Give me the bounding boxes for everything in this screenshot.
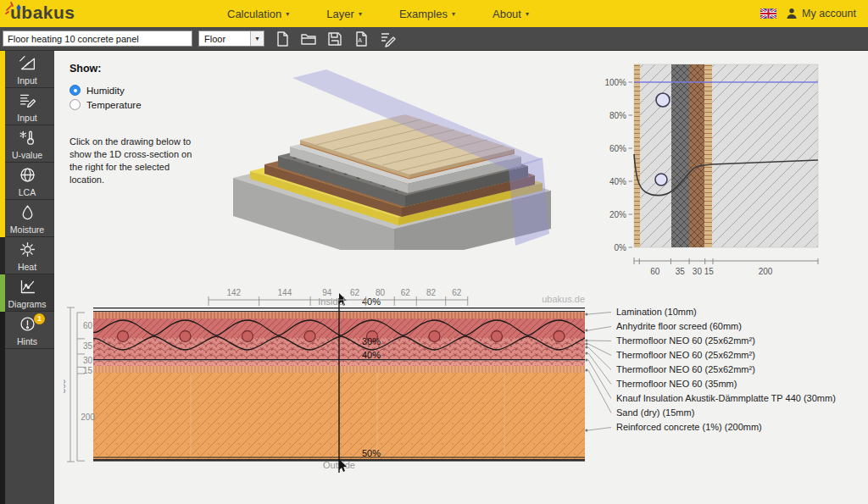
layers-input-icon [0,88,54,113]
sun-icon [0,237,54,262]
sidebar-strip-gap [0,237,5,274]
menu-label: Examples [399,8,448,20]
svg-text:82: 82 [426,288,437,297]
menu-layer[interactable]: Layer▾ [326,8,362,20]
sidebar-item-label: U-value [0,150,54,160]
sidebar-active-indicator [0,274,5,312]
pipe-marker-lower[interactable] [655,174,667,186]
file-actions: A [274,30,396,47]
app-logo[interactable]: ubakus [10,3,75,23]
heating-pipe-6 [492,331,503,342]
menu-label: About [492,8,521,20]
select-arrow-icon: ▼ [250,31,264,46]
edit-report-icon[interactable] [379,30,396,47]
svg-text:60: 60 [83,321,93,330]
sidebar-item-label: Input [0,113,54,123]
menu-calculation[interactable]: Calculation▾ [227,8,289,20]
my-account-button[interactable]: My account [786,8,856,19]
svg-text:60%: 60% [609,144,626,153]
open-folder-icon[interactable] [300,30,317,47]
hint-count-badge: 1 [34,313,45,324]
layer-label-6: Knauf Insulation Akustik-Dämmplatte TP 4… [616,393,836,403]
person-icon [786,8,798,19]
heating-pipe-0 [118,331,129,342]
show-options: HumidityTemperature [70,83,209,112]
layer-label-4: Thermofloor NEO 60 (25x62mm²) [616,364,755,374]
svg-text:40%: 40% [609,177,626,186]
radio-label: Humidity [86,86,125,96]
sidebar-item-input-1[interactable]: Input [0,88,54,125]
layer-label-8: Reinforced concrete (1%) (200mm) [616,422,762,432]
open-folder-icon [300,30,317,47]
component-type-value: Floor [204,34,225,44]
svg-text:A: A [358,37,362,43]
sidebar-item-moisture-4[interactable]: Moisture [0,200,54,237]
svg-text:62: 62 [401,288,411,297]
layer-label-2: Thermofloor NEO 60 (25x62mm²) [616,335,755,346]
sidebar-item-u-value-2[interactable]: U-value [0,125,54,163]
u-value-icon [0,125,54,150]
heating-pipe-5 [429,331,440,342]
sidebar-nav: InputInputU-valueLCAMoistureHeatDiagrams… [0,51,54,504]
ubakus-app: ubakus Calculation▾Layer▾Examples▾About▾… [0,0,868,504]
alert-icon [0,312,54,336]
chevron-down-icon: ▾ [452,10,455,18]
floor-3d-view[interactable] [212,59,568,250]
svg-text:35: 35 [676,267,686,276]
top-header: ubakus Calculation▾Layer▾Examples▾About▾… [0,0,868,27]
sidebar-item-label: Hints [0,336,54,346]
sidebar-strip-bottom [0,312,5,504]
svg-text:80: 80 [376,288,386,297]
radio-option-temperature[interactable]: Temperature [70,97,209,112]
surface-iso-label: 40% [362,296,381,307]
sidebar-item-hints-7[interactable]: Hints1 [0,312,54,349]
heating-pipe-2 [242,331,253,342]
radio-option-humidity[interactable]: Humidity [70,83,209,97]
menu-about[interactable]: About▾ [492,8,529,20]
show-panel-title: Show: [70,63,209,75]
cross-section-diagram[interactable]: Inside 40% Outside ubakus.de 14214494628… [64,288,868,485]
lamination-strip [634,64,640,247]
sidebar-item-label: Moisture [0,224,54,235]
component-type-select[interactable]: Floor ▼ [198,30,264,47]
sidebar-item-label: Input [0,75,54,86]
sand-strip [704,64,712,247]
sidebar-item-label: Diagrams [0,299,54,309]
svg-text:142: 142 [226,288,241,297]
chart-icon [0,274,54,299]
globe-icon [0,163,54,187]
iso-label-40%: 40% [362,350,381,360]
svg-text:144: 144 [278,288,292,297]
svg-text:94: 94 [322,288,332,297]
main-menu: Calculation▾Layer▾Examples▾About▾ [227,0,529,27]
layer-label-1: Anhydrite floor screed (60mm) [616,321,742,331]
chevron-down-icon: ▾ [526,10,529,18]
watermark: ubakus.de [542,294,585,304]
pipe-marker-upper[interactable] [656,93,670,107]
menu-label: Layer [326,8,354,20]
sidebar-item-lca-3[interactable]: LCA [0,163,54,200]
menu-examples[interactable]: Examples▾ [399,8,455,20]
save-icon[interactable] [326,30,343,47]
menu-label: Calculation [227,8,281,20]
heating-pipe-7 [554,331,565,342]
svg-text:0%: 0% [615,243,627,252]
sidebar-item-label: Heat [0,262,54,272]
svg-text:30: 30 [83,356,93,365]
sidebar-item-diagrams-6[interactable]: Diagrams [0,274,54,312]
uk-flag-icon[interactable] [760,8,776,19]
pdf-export-icon[interactable]: A [353,30,370,47]
knauf-strip [689,64,704,247]
chevron-down-icon: ▾ [359,10,362,18]
total-height-label: 350 [64,379,67,393]
sidebar-item-heat-5[interactable]: Heat [0,237,54,274]
layer-label-0: Lamination (10mm) [616,307,697,317]
project-toolbar: Floor ▼ A [0,27,868,51]
sidebar-item-input-0[interactable]: Input [0,51,54,88]
radio-selected-icon[interactable] [70,85,81,96]
thermofloor-strip [671,64,689,247]
sidebar-progress-strip [0,51,5,237]
radio-unselected-icon[interactable] [70,99,81,110]
new-file-icon[interactable] [274,30,291,47]
project-name-input[interactable] [3,30,192,47]
